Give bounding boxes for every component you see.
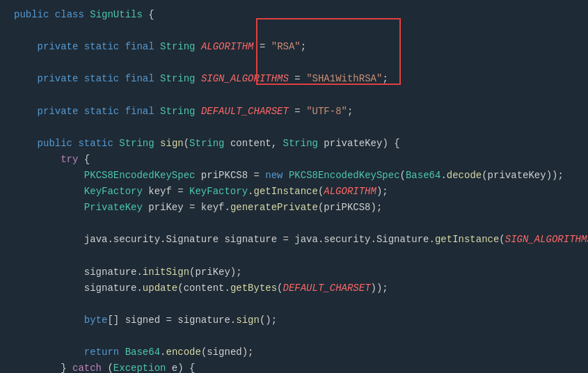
code-line-14 xyxy=(0,216,588,232)
code-line-10: try { xyxy=(0,152,588,168)
code-line-17: signature.initSign(priKey); xyxy=(0,264,588,280)
code-line-2 xyxy=(0,23,588,39)
code-line-1: public class SignUtils { xyxy=(0,7,588,23)
code-line-7: private static final String DEFAULT_CHAR… xyxy=(0,104,588,120)
code-line-15: java.security.Signature signature = java… xyxy=(0,232,588,248)
code-line-23: } catch (Exception e) { xyxy=(0,360,588,373)
code-line-20: byte[] signed = signature.sign(); xyxy=(0,312,588,328)
code-line-9: public static String sign(String content… xyxy=(0,136,588,152)
code-line-13: PrivateKey priKey = keyf.generatePrivate… xyxy=(0,200,588,216)
code-line-12: KeyFactory keyf = KeyFactory.getInstance… xyxy=(0,184,588,200)
code-line-3: private static final String ALGORITHM = … xyxy=(0,39,588,55)
code-line-8 xyxy=(0,120,588,136)
code-line-21 xyxy=(0,328,588,344)
code-line-18: signature.update(content.getBytes(DEFAUL… xyxy=(0,280,588,296)
code-line-22: return Base64.encode(signed); xyxy=(0,344,588,360)
code-line-16 xyxy=(0,248,588,264)
code-line-4 xyxy=(0,55,588,71)
code-line-6 xyxy=(0,87,588,103)
code-line-11: PKCS8EncodedKeySpec priPKCS8 = new PKCS8… xyxy=(0,168,588,184)
code-line-5: private static final String SIGN_ALGORIT… xyxy=(0,71,588,87)
code-line-19 xyxy=(0,296,588,312)
code-editor: public class SignUtils { private static … xyxy=(0,0,588,373)
